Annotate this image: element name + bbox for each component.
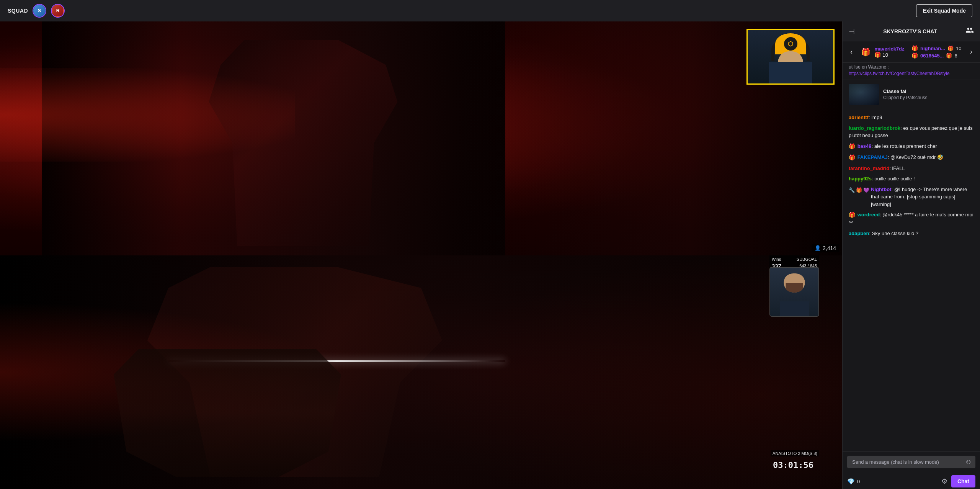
chat-settings-button[interactable]: ⚙	[941, 477, 947, 486]
main-content: ⬡ 👤 2,414	[0, 21, 980, 489]
chat-collapse-button[interactable]: ⊣	[849, 27, 855, 36]
gift-user-2: highman...	[920, 46, 945, 51]
chat-message: adapben: Sky une classe kilo ?	[843, 228, 980, 239]
bottom-stream-bg	[0, 255, 842, 489]
chat-input-placeholder: Send a message (chat is in slow mode)	[852, 459, 961, 465]
gift-count-main: 🎁 10	[874, 52, 904, 58]
chat-message: tarantino_madrid: lFALL	[843, 163, 980, 174]
username-adrienttf[interactable]: adrienttf	[849, 114, 869, 120]
top-stream[interactable]: ⬡ 👤 2,414	[0, 21, 842, 255]
gift-sub-section: ‹ 🎁 maverick7dz 🎁 10 🎁 highman... 🎁	[843, 41, 980, 63]
chat-header: ⊣ SKYRROZTV'S CHAT	[843, 21, 980, 41]
avatar-sky[interactable]: S	[33, 4, 46, 18]
chat-title: SKYRROZTV'S CHAT	[883, 28, 937, 34]
avatar-red[interactable]: R	[51, 4, 65, 18]
badge-mod: 🔧	[849, 186, 855, 194]
next-gift-button[interactable]: ›	[969, 46, 974, 57]
username-bas49[interactable]: bas49	[858, 143, 872, 149]
chat-manage-button[interactable]	[965, 26, 974, 36]
chat-message: happy92s: ouille ouille ouille !	[843, 173, 980, 184]
chat-link-section: utilise en Warzone : https://clips.twitc…	[843, 63, 980, 80]
bits-icon: 💎	[847, 478, 855, 485]
webcam-bottom	[769, 267, 819, 317]
webcam-top: ⬡	[746, 29, 835, 85]
clip-name: Classe fal	[883, 88, 927, 94]
nightbot-message: 🔧 🎁 💜 Nightbot: @Lhudge -> There's more …	[843, 184, 980, 210]
username-happy92s[interactable]: happy92s	[849, 176, 872, 182]
chat-input-area: Send a message (chat is in slow mode) ☺	[843, 451, 980, 472]
stream-grid: ⬡ 👤 2,414	[0, 21, 842, 489]
chat-message: 🎁 wordreed: @rdck45 ***** a faire le maï…	[843, 209, 980, 228]
viewer-count: 👤 2,414	[812, 244, 839, 252]
chat-sidebar: ⊣ SKYRROZTV'S CHAT ‹ 🎁 maverick7dz 🎁 10	[842, 21, 980, 489]
username-wordreed[interactable]: wordreed	[858, 212, 880, 218]
prev-gift-button[interactable]: ‹	[849, 46, 854, 57]
beard-bottom	[786, 283, 803, 293]
clip-link[interactable]: https://clips.twitch.tv/CogentTastyCheet…	[849, 71, 949, 76]
badge-gift4: 🎁	[849, 211, 855, 219]
gift-user-main: maverick7dz	[874, 46, 904, 52]
squad-label: SQUAD	[8, 8, 28, 14]
chat-input-box[interactable]: Send a message (chat is in slow mode) ☺	[847, 456, 975, 468]
username-fakepamaj[interactable]: FAKEPAMAJ	[858, 154, 888, 160]
player-name: ANAISTOTO 2 MO(S 8)	[771, 450, 819, 456]
gift-icon-left: 🎁	[861, 47, 871, 57]
top-bar: SQUAD S R Exit Squad Mode	[0, 0, 980, 21]
gift-user-3: 0616545...	[920, 53, 944, 59]
timer: 03:01:56	[773, 460, 813, 470]
chat-input-wrapper: Send a message (chat is in slow mode) ☺	[847, 456, 975, 468]
subgoal-label: SUBGOAL	[797, 257, 817, 262]
chat-send-button[interactable]: Chat	[951, 475, 975, 487]
username-nightbot[interactable]: Nightbot	[871, 186, 891, 192]
chat-link-label: utilise en Warzone :	[849, 64, 974, 70]
bottom-controls: ⚙ Chat	[941, 475, 975, 487]
bottom-stream[interactable]: Wins SUBGOAL 337 643 / 645	[0, 255, 842, 489]
chat-message: 🎁 bas49: aie les rotules prennent cher	[843, 141, 980, 152]
badge-sub: 💜	[863, 186, 869, 194]
badge-gift: 🎁	[849, 142, 855, 150]
clip-preview: Classe fal Clipped by Patschuss	[843, 80, 980, 109]
emoji-button[interactable]: ☺	[965, 458, 972, 466]
chat-bottom-bar: 💎 0 ⚙ Chat	[843, 472, 980, 489]
bits-count: 💎 0	[847, 478, 860, 485]
username-tarantino[interactable]: tarantino_madrid	[849, 165, 889, 171]
username-adapben[interactable]: adapben	[849, 231, 869, 236]
badge-gift3: 🎁	[856, 186, 862, 194]
chat-message: luardo_ragnarlodbrok: es que vous pensez…	[843, 123, 980, 141]
video-area: ⬡ 👤 2,414	[0, 21, 842, 489]
clip-creator: Clipped by Patschuss	[883, 95, 927, 100]
clip-thumbnail	[849, 84, 879, 105]
badge-gift2: 🎁	[849, 154, 855, 162]
exit-squad-button[interactable]: Exit Squad Mode	[916, 4, 972, 17]
top-stream-bg	[0, 21, 842, 255]
username-luardo[interactable]: luardo_ragnarlodbrok	[849, 125, 900, 131]
chat-message: adrienttf: lmp9	[843, 112, 980, 123]
chat-messages[interactable]: adrienttf: lmp9 luardo_ragnarlodbrok: es…	[843, 109, 980, 451]
squad-section: SQUAD S R	[8, 4, 65, 18]
chat-message: 🎁 FAKEPAMAJ: @KevDu72 oué mdr 🤣	[843, 152, 980, 163]
bits-value: 0	[857, 479, 860, 484]
